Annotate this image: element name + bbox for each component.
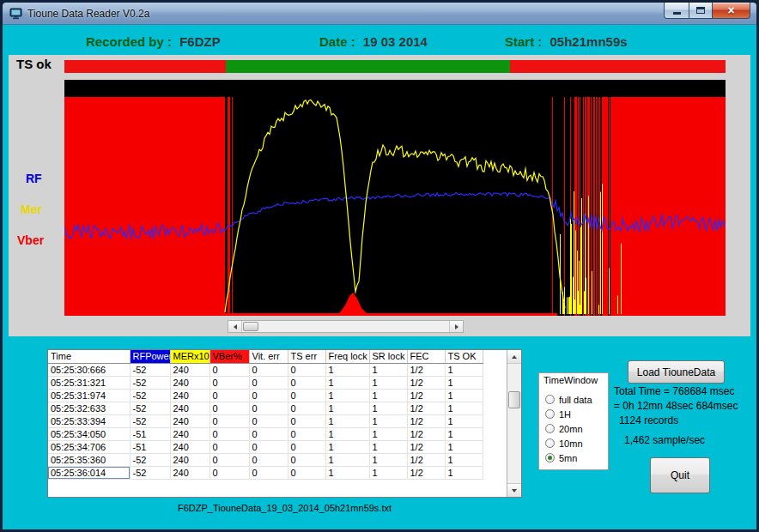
records-grid: TimeRFPowerMERx10VBer%Vit. errTS errFreq… (48, 350, 483, 480)
table-cell: 1 (445, 376, 483, 389)
radio-button-icon[interactable] (545, 395, 555, 404)
table-row[interactable]: 05:25:32:633-52240000111/21 (48, 402, 483, 414)
table-cell: 1 (325, 453, 369, 466)
radio-20mn[interactable]: 20mn (545, 421, 605, 436)
radio-5mn[interactable]: 5mn (545, 450, 605, 465)
table-cell: 1/2 (407, 466, 445, 479)
table-scrollbar-thumb[interactable] (508, 391, 520, 408)
table-cell: 1 (369, 376, 407, 389)
table-cell: 0 (249, 363, 288, 376)
table-cell: 1 (369, 466, 407, 479)
radio-full-data[interactable]: full data (545, 392, 605, 407)
column-header-fec: FEC (407, 350, 445, 363)
table-cell: 05:25:33:394 (48, 414, 130, 427)
table-cell: -52 (130, 363, 170, 376)
load-tiounedata-button[interactable]: Load TiouneData (628, 360, 725, 384)
table-row[interactable]: 05:25:31:974-52240000111/21 (48, 389, 483, 402)
table-cell: 0 (249, 427, 288, 440)
table-cell: 1 (325, 414, 369, 427)
column-header-time: Time (48, 350, 130, 363)
table-cell: 240 (170, 363, 209, 376)
table-cell: 1/2 (407, 389, 445, 402)
table-cell: 1/2 (407, 376, 445, 389)
app-window: Tioune Data Reader V0.2a × Recorded by :… (0, 0, 759, 532)
scrollbar-track[interactable] (242, 321, 449, 332)
table-cell: 0 (209, 427, 249, 440)
table-row[interactable]: 05:25:35:360-52240000111/21 (48, 453, 483, 466)
time-window-groupbox: TimeWindow full data1H20mn10mn5mn (538, 372, 609, 470)
table-cell: 0 (249, 414, 288, 427)
table-cell: -51 (130, 427, 170, 440)
table-cell: 0 (249, 389, 288, 402)
mer-trace-label: Mer (21, 203, 42, 216)
table-cell: 05:25:31:321 (48, 376, 130, 389)
scroll-right-button[interactable] (449, 321, 463, 332)
table-vertical-scrollbar[interactable] (507, 350, 521, 497)
app-icon (9, 7, 22, 20)
chart-horizontal-scrollbar[interactable] (228, 320, 464, 333)
table-cell: 05:25:30:666 (48, 363, 130, 376)
radio-10mn[interactable]: 10mn (545, 436, 605, 450)
scroll-up-button[interactable] (507, 350, 521, 364)
start-value: 05h21mn59s (550, 34, 628, 49)
table-cell: 1 (325, 402, 369, 414)
radio-button-icon[interactable] (545, 409, 555, 419)
ts-bar-segment-no-ts (64, 60, 226, 73)
header-start: Start : 05h21mn59s (505, 34, 628, 49)
scroll-left-button[interactable] (228, 321, 242, 332)
maximize-button[interactable] (689, 3, 713, 19)
table-cell: 240 (170, 427, 209, 440)
table-row[interactable]: 05:25:30:666-52240000111/21 (48, 363, 483, 376)
radio-button-icon[interactable] (545, 424, 555, 433)
table-cell: 1 (445, 402, 483, 414)
signal-chart (64, 80, 726, 316)
column-header-rfpower: RFPower (130, 350, 170, 363)
table-cell: 0 (249, 453, 288, 466)
table-cell: 1/2 (407, 414, 445, 427)
radio-button-icon[interactable] (545, 438, 555, 448)
table-cell: 1/2 (407, 440, 445, 453)
table-cell: 0 (249, 440, 288, 453)
table-cell: -51 (130, 440, 170, 453)
radio-button-icon[interactable] (545, 453, 555, 462)
radio-1H[interactable]: 1H (545, 407, 605, 421)
table-row[interactable]: 05:25:36:014-52240000111/21 (48, 466, 483, 479)
scroll-right-icon (455, 324, 458, 329)
table-cell: 0 (288, 376, 325, 389)
titlebar[interactable]: Tioune Data Reader V0.2a × (3, 3, 756, 25)
table-cell: 240 (170, 466, 209, 479)
table-cell: 1 (369, 414, 407, 427)
table-cell: 0 (209, 466, 249, 479)
scrollbar-thumb[interactable] (243, 322, 258, 331)
table-cell: 0 (288, 389, 325, 402)
minimize-icon (673, 12, 681, 15)
table-cell: 0 (288, 414, 325, 427)
table-cell: 0 (288, 453, 325, 466)
chart-panel: TS ok RF Mer Vber (9, 55, 750, 336)
table-row[interactable]: 05:25:34:706-51240000111/21 (48, 440, 483, 453)
minimize-button[interactable] (664, 3, 689, 19)
quit-button[interactable]: Quit (650, 457, 710, 493)
table-cell: -52 (130, 414, 170, 427)
scroll-down-button[interactable] (507, 483, 521, 497)
table-cell: -52 (130, 466, 170, 479)
column-header-freq-lock: Freq lock (325, 350, 369, 363)
table-row[interactable]: 05:25:31:321-52240000111/21 (48, 376, 483, 389)
quit-button-label: Quit (671, 469, 689, 481)
data-table[interactable]: TimeRFPowerMERx10VBer%Vit. errTS errFreq… (47, 349, 522, 498)
table-cell: 1 (445, 389, 483, 402)
loaded-filename: F6DZP_TiouneData_19_03_2014_05h21mn59s.t… (47, 503, 522, 513)
ts-ok-label: TS ok (16, 57, 52, 71)
load-button-label: Load TiouneData (637, 366, 715, 378)
table-row[interactable]: 05:25:34:050-51240000111/21 (48, 427, 483, 440)
recorded-by-label: Recorded by : (86, 34, 172, 49)
table-row[interactable]: 05:25:33:394-52240000111/21 (48, 414, 483, 427)
column-header-vit-err: Vit. err (249, 350, 288, 363)
column-header-ts-ok: TS OK (445, 350, 483, 363)
radio-label: 5mn (559, 453, 577, 463)
time-window-options: full data1H20mn10mn5mn (545, 392, 605, 465)
close-button[interactable]: × (712, 3, 750, 19)
table-cell: 05:25:34:706 (48, 440, 130, 453)
table-cell: 1 (369, 453, 407, 466)
close-icon: × (727, 3, 734, 18)
